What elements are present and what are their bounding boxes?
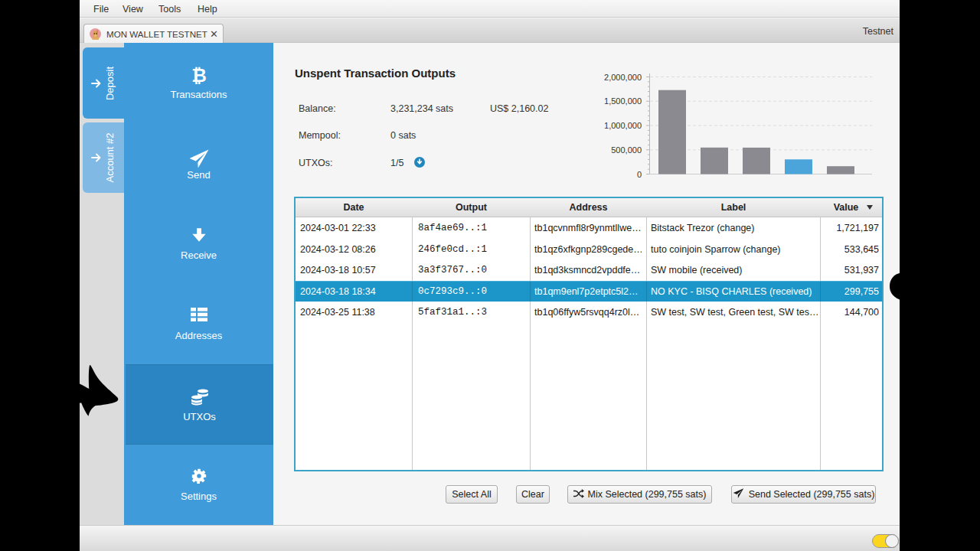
svg-text:₿: ₿ bbox=[191, 66, 207, 86]
svg-text:1,500,000: 1,500,000 bbox=[604, 96, 642, 106]
svg-text:500,000: 500,000 bbox=[611, 145, 642, 155]
svg-text:2,000,000: 2,000,000 bbox=[604, 73, 642, 82]
svg-text:1,000,000: 1,000,000 bbox=[604, 121, 642, 130]
svg-text:0: 0 bbox=[637, 170, 642, 179]
